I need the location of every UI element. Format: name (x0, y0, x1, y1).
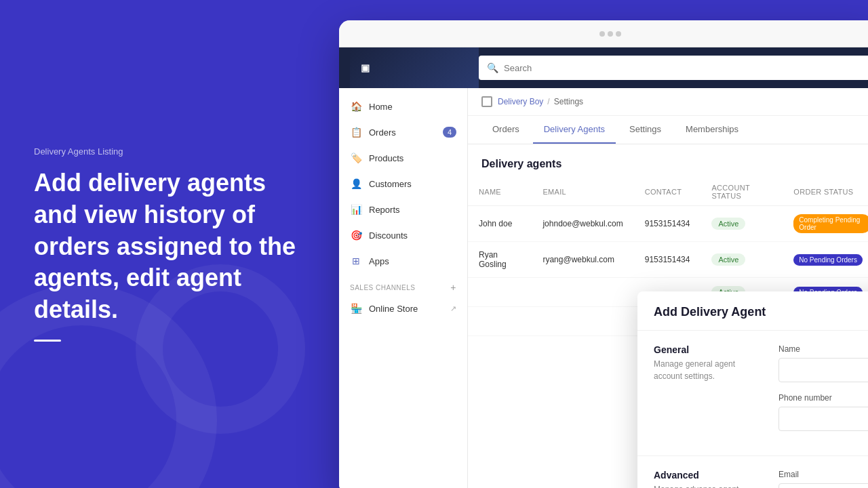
sidebar-item-label: Home (369, 102, 393, 112)
cell-account-status: Active (701, 242, 783, 278)
left-panel: Delivery Agents Listing Add delivery age… (0, 0, 339, 488)
cell-order-status: No Pending Orders (783, 242, 868, 278)
sidebar-item-discounts[interactable]: 🎯 Discounts (339, 222, 467, 248)
apps-icon: ⊞ (350, 255, 362, 267)
col-header-order-status: ORDER STATUS (783, 178, 868, 206)
modal-fields-advanced: Email (778, 470, 868, 488)
cell-name: John doe (468, 206, 532, 242)
modal-body-general: General Manage general agent account set… (637, 331, 868, 455)
sidebar: 🏠 Home 📋 Orders 4 🏷️ Products 👤 Customer… (339, 88, 468, 488)
sidebar-item-label: Products (369, 153, 403, 163)
modal-fields-general: Name Phone number (778, 344, 868, 442)
orders-icon: 📋 (350, 126, 362, 138)
sidebar-item-products[interactable]: 🏷️ Products (339, 145, 467, 171)
top-bar: ▣ 🔍 (339, 47, 868, 88)
products-icon: 🏷️ (350, 152, 362, 164)
discounts-icon: 🎯 (350, 229, 362, 241)
breadcrumb-page: Settings (554, 97, 583, 106)
tab-delivery-agents[interactable]: Delivery Agents (533, 116, 616, 144)
name-label: Name (778, 344, 868, 354)
cell-name (468, 278, 532, 307)
page-subtitle: Delivery Agents Listing (34, 146, 305, 157)
cell-contact: 9153151434 (634, 242, 701, 278)
sidebar-item-label: Apps (369, 256, 389, 266)
phone-field-group: Phone number (778, 393, 868, 431)
general-section-title: General (654, 344, 762, 355)
sidebar-item-label: Online Store (369, 304, 418, 314)
sidebar-item-customers[interactable]: 👤 Customers (339, 171, 467, 197)
cell-contact: 9153151434 (634, 206, 701, 242)
cell-email: ryang@webkul.com (532, 242, 633, 278)
modal-section-general: General Manage general agent account set… (654, 344, 762, 442)
deco-circle-2 (136, 264, 305, 434)
sidebar-item-apps[interactable]: ⊞ Apps (339, 248, 467, 274)
cell-email (532, 307, 633, 336)
breadcrumb: Delivery Boy / Settings (468, 88, 868, 116)
reports-icon: 📊 (350, 203, 362, 216)
table-row: John doejohndoe@webkul.com9153151434Acti… (468, 206, 868, 242)
order-status-badge: No Pending Orders (793, 254, 863, 266)
external-link-icon: ↗ (450, 304, 456, 313)
browser-dot-2 (608, 31, 613, 37)
advanced-section-desc: Manage advance agent account settings. (654, 483, 762, 488)
browser-chrome (339, 20, 868, 47)
sidebar-item-home[interactable]: 🏠 Home (339, 94, 467, 119)
search-bar[interactable]: 🔍 (479, 56, 868, 80)
cell-name (468, 307, 532, 336)
name-input[interactable] (778, 358, 868, 382)
cell-email (532, 278, 633, 307)
modal-body-advanced: Advanced Manage advance agent account se… (637, 456, 868, 488)
section-title: Delivery agents (468, 144, 868, 178)
add-channel-icon[interactable]: + (450, 282, 456, 293)
phone-label: Phone number (778, 393, 868, 403)
cell-name: Ryan Gosling (468, 242, 532, 278)
add-delivery-agent-modal: Add Delivery Agent General Manage genera… (637, 291, 868, 488)
email-input[interactable] (778, 483, 868, 488)
tab-settings[interactable]: Settings (618, 116, 672, 144)
breadcrumb-app[interactable]: Delivery Boy (498, 97, 543, 106)
browser-dot-3 (616, 31, 621, 37)
col-header-account-status: ACCOUNT STATUS (701, 178, 783, 206)
orders-badge: 4 (443, 127, 456, 138)
browser-container: ▣ 🔍 🏠 Home 📋 Orders 4 (339, 20, 868, 488)
col-header-contact: CONTACT (634, 178, 701, 206)
sales-channels-section: SALES CHANNELS + (339, 274, 467, 296)
tabs-bar: Orders Delivery Agents Settings Membersh… (468, 116, 868, 144)
sidebar-item-label: Discounts (369, 230, 408, 241)
logo-area: ▣ (350, 47, 479, 88)
sales-channels-label: SALES CHANNELS (350, 284, 415, 291)
tab-orders[interactable]: Orders (481, 116, 530, 144)
cell-account-status: Active (701, 206, 783, 242)
sidebar-item-online-store[interactable]: 🏪 Online Store ↗ (339, 296, 467, 321)
sidebar-item-label: Reports (369, 205, 400, 215)
search-input[interactable] (504, 63, 863, 73)
phone-input[interactable] (778, 407, 868, 431)
col-header-email: EMAIL (532, 178, 633, 206)
sidebar-item-label: Customers (369, 179, 412, 189)
modal-section-advanced: Advanced Manage advance agent account se… (654, 470, 762, 488)
modal-header: Add Delivery Agent (637, 291, 868, 331)
sidebar-item-reports[interactable]: 📊 Reports (339, 197, 467, 222)
customers-icon: 👤 (350, 178, 362, 190)
search-icon: 🔍 (487, 62, 498, 73)
name-field-group: Name (778, 344, 868, 382)
table-row: Ryan Goslingryang@webkul.com9153151434Ac… (468, 242, 868, 278)
sidebar-item-label: Orders (369, 127, 396, 138)
tab-memberships[interactable]: Memberships (675, 116, 749, 144)
table-header-row: NAME EMAIL CONTACT ACCOUNT STATUS ORDER … (468, 178, 868, 206)
account-status-badge: Active (711, 218, 745, 230)
cell-order-status: Completing Pending Order (783, 206, 868, 242)
email-field-group: Email (778, 470, 868, 488)
sidebar-item-orders[interactable]: 📋 Orders 4 (339, 119, 467, 145)
account-status-badge: Active (711, 253, 745, 266)
email-label: Email (778, 470, 868, 479)
col-header-name: NAME (468, 178, 532, 206)
breadcrumb-icon (481, 96, 492, 107)
logo-text: ▣ (361, 62, 370, 73)
modal-title: Add Delivery Agent (654, 305, 868, 319)
general-section-desc: Manage general agent account settings. (654, 358, 762, 382)
browser-dot-1 (599, 31, 605, 37)
home-icon: 🏠 (350, 100, 362, 113)
breadcrumb-separator: / (547, 97, 549, 106)
store-icon: 🏪 (350, 302, 362, 314)
